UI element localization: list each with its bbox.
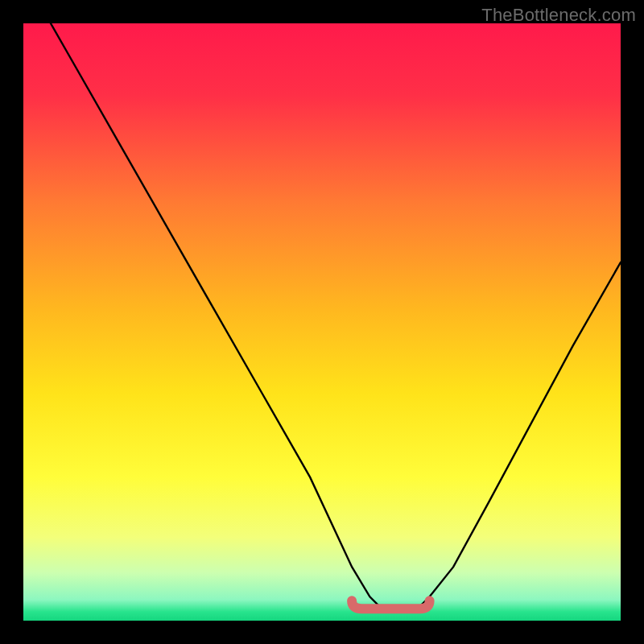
chart-frame: TheBottleneck.com: [0, 0, 644, 644]
plot-area: [23, 23, 621, 621]
watermark-text: TheBottleneck.com: [481, 5, 636, 26]
curve-layer: [23, 23, 621, 621]
bottleneck-curve: [23, 23, 621, 612]
optimal-range-marker: [352, 601, 429, 609]
